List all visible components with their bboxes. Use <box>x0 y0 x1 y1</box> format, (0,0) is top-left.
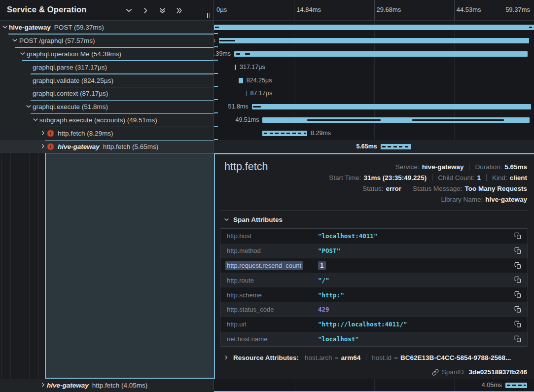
timeline-row[interactable]: 87.17µs <box>214 87 534 100</box>
tree-row[interactable]: graphql.parse (317.17µs) <box>0 61 214 74</box>
timeline-row[interactable]: 57.57ms <box>214 34 534 47</box>
timeline-row[interactable]: 54.39ms <box>214 47 534 61</box>
copy-button[interactable] <box>514 321 522 328</box>
service-name: hive-gateway <box>58 143 100 150</box>
equals-sign: = <box>394 354 398 361</box>
child-span-mark <box>307 119 381 121</box>
attribute-key[interactable]: net.host.name <box>225 334 269 344</box>
span-bar[interactable] <box>505 383 527 388</box>
timeline-row[interactable]: 317.17µs <box>214 61 534 74</box>
copy-button[interactable] <box>514 335 522 343</box>
chevron-down-icon[interactable] <box>12 37 18 43</box>
tree-row[interactable]: graphql.validate (824.25µs) <box>0 74 214 87</box>
chevron-down-icon[interactable] <box>33 117 38 123</box>
chevron-right-icon <box>224 355 229 360</box>
span-bar[interactable] <box>239 78 243 83</box>
row-border <box>38 127 214 128</box>
timeline-row[interactable]: 51.8ms <box>214 100 534 113</box>
tree-row[interactable]: graphql.execute (51.8ms) <box>0 100 214 113</box>
attribute-row: http.status_code429 <box>220 302 528 317</box>
tree-row[interactable]: graphql.operation Me (54.39ms) <box>0 47 214 61</box>
attribute-key[interactable]: http.scheme <box>225 290 263 300</box>
row-border-tick <box>214 126 218 127</box>
tree-row[interactable]: hive-gatewayhttp.fetch (4.05ms) <box>0 379 214 392</box>
span-label: POST (59.37ms) <box>54 24 104 31</box>
tree-row[interactable]: hive-gatewayPOST (59.37ms) <box>0 21 214 34</box>
meta-line-1: Service:hive-gatewayDuration:5.65ms <box>329 162 527 173</box>
span-bar[interactable] <box>262 131 307 136</box>
copy-button[interactable] <box>514 291 522 299</box>
copy-button[interactable] <box>514 262 522 270</box>
resource-key: host.id <box>372 354 392 361</box>
chevron-down-icon[interactable] <box>124 6 133 15</box>
equals-sign: = <box>335 354 339 361</box>
span-bar[interactable] <box>252 104 531 109</box>
span-bar[interactable] <box>381 144 411 149</box>
attribute-row: http.method"POST" <box>220 244 528 258</box>
span-bar[interactable] <box>219 38 529 43</box>
timeline-ruler: 0µs14.84ms29.68ms44.53ms59.37ms <box>214 0 534 21</box>
chevron-down-icon[interactable] <box>2 24 8 30</box>
attribute-row: http.scheme"http:" <box>220 287 528 302</box>
copy-button[interactable] <box>514 247 522 255</box>
timeline-row[interactable]: 49.51ms <box>214 113 534 127</box>
timeline-row[interactable] <box>214 21 534 34</box>
chevron-right-icon[interactable] <box>40 143 46 149</box>
timeline-row[interactable]: 8.29ms <box>214 127 534 140</box>
timeline-row[interactable]: 4.05ms <box>214 379 534 391</box>
row-border-tick <box>214 112 218 113</box>
timeline-panel: 0µs14.84ms29.68ms44.53ms59.37ms 57.57ms5… <box>214 0 534 392</box>
attribute-key[interactable]: http.route <box>225 276 255 285</box>
error-icon: ! <box>47 130 54 137</box>
tree-row[interactable]: graphql.context (87.17µs) <box>0 87 214 100</box>
chevron-down-icon[interactable] <box>26 104 32 109</box>
double-chevron-right-icon[interactable] <box>175 6 183 15</box>
span-bar[interactable] <box>214 25 534 30</box>
copy-button[interactable] <box>514 232 522 240</box>
attribute-key[interactable]: http.request.resend_count <box>225 261 303 270</box>
timeline-row[interactable]: 824.25µs <box>214 74 534 87</box>
tree-row[interactable]: !http.fetch (8.29ms) <box>0 127 214 140</box>
span-bar[interactable] <box>247 91 248 96</box>
meta-start-time: Start Time:31ms (23:35:49.225) <box>329 174 427 181</box>
span-meta: Service:hive-gatewayDuration:5.65ms Star… <box>329 162 527 205</box>
span-attributes-header[interactable]: Span Attributes <box>224 216 283 223</box>
link-icon[interactable] <box>432 369 439 376</box>
tree-row[interactable]: POST /graphql (57.57ms) <box>0 34 214 47</box>
attribute-row: http.host"localhost:4011" <box>220 229 528 244</box>
child-span-mark <box>412 119 504 121</box>
panel-divider[interactable] <box>214 0 214 153</box>
child-span-mark <box>215 27 219 28</box>
span-bar[interactable] <box>234 51 528 57</box>
copy-button[interactable] <box>514 306 522 314</box>
attribute-key[interactable]: http.url <box>225 320 248 329</box>
service-name: hive-gateway <box>9 24 51 31</box>
chevron-right-icon[interactable] <box>40 130 46 136</box>
panel-resize-handle[interactable] <box>207 13 210 18</box>
span-bar[interactable] <box>235 65 236 70</box>
meta-line-3: Status:errorStatus Message:Too Many Requ… <box>329 183 527 194</box>
resource-attributes[interactable]: Resource Attributes:host.arch=arm64host.… <box>224 353 528 363</box>
ruler-tick: 44.53ms <box>457 6 481 13</box>
timeline-row[interactable]: 5.65ms <box>214 140 534 153</box>
chevron-down-icon[interactable] <box>20 51 26 57</box>
attribute-key[interactable]: http.status_code <box>225 305 275 314</box>
meta-line-4: Library Name:hive-gateway <box>329 194 527 205</box>
panel-divider[interactable] <box>214 379 214 392</box>
attribute-key[interactable]: http.method <box>225 246 262 255</box>
attribute-key[interactable]: http.host <box>225 231 253 241</box>
attribute-value: "POST" <box>318 247 340 254</box>
duration-label: 824.25µs <box>247 74 272 87</box>
attribute-value: 1 <box>318 261 326 270</box>
chevron-right-icon[interactable] <box>40 382 46 388</box>
double-chevron-down-icon[interactable] <box>158 6 167 15</box>
span-label: http.fetch (8.29ms) <box>58 130 113 137</box>
tree-row[interactable]: !hive-gatewayhttp.fetch (5.65ms) <box>0 140 214 153</box>
duration-label: 87.17µs <box>250 87 273 100</box>
span-label: graphql.operation Me (54.39ms) <box>27 50 121 58</box>
span-label: graphql.context (87.17µs) <box>33 90 108 97</box>
chevron-right-icon[interactable] <box>141 6 150 15</box>
tree-row[interactable]: subgraph.execute (accounts) (49.51ms) <box>0 113 214 127</box>
copy-button[interactable] <box>514 276 522 284</box>
ruler-tick: 59.37ms <box>505 6 530 13</box>
